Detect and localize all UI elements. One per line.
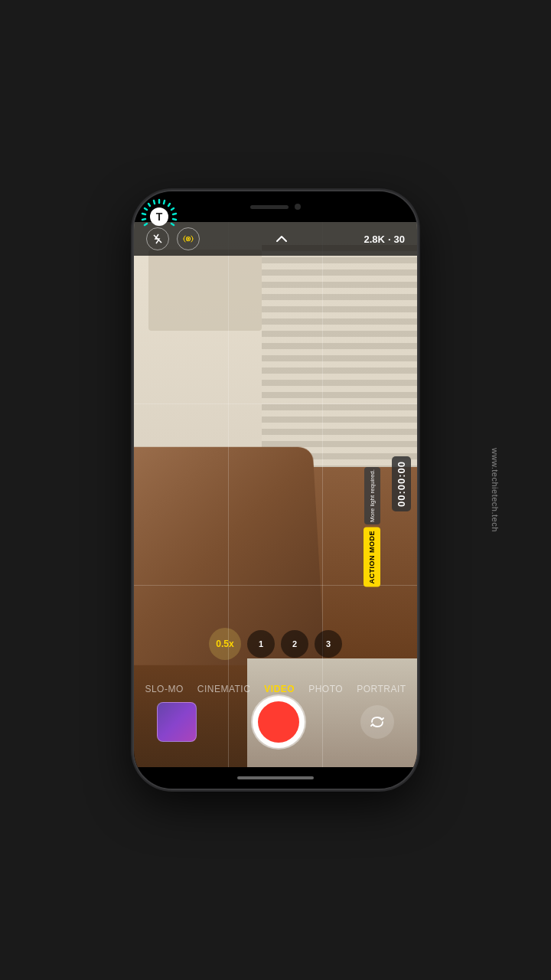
chevron-up-button[interactable] [270,227,293,250]
shutter-button[interactable] [253,696,305,748]
svg-line-8 [148,204,150,206]
svg-line-5 [173,219,176,220]
mode-photo[interactable]: PHOTO [308,684,343,694]
mode-portrait[interactable]: PORTRAIT [357,684,406,694]
camera-bottom-controls [134,696,417,748]
svg-line-11 [142,219,145,220]
recording-timer: 00:00:00 [392,456,411,511]
svg-line-2 [168,204,170,206]
zoom-3x-button[interactable]: 3 [315,630,342,658]
phone-speaker [250,205,289,209]
mode-slo-mo[interactable]: SLO-MO [145,684,183,694]
zoom-05x-button[interactable]: 0.5x [209,628,241,660]
framerate-label: 30 [394,234,405,245]
svg-line-3 [171,208,174,210]
flip-camera-icon [369,714,386,730]
mode-video[interactable]: VIDEO [264,684,295,694]
action-mode-badge: More light required. ACTION MODE [364,467,380,586]
table-item [148,250,262,332]
logo-letter: T [156,211,163,223]
phone-screen: More light required. ACTION MODE 00:00:0… [134,222,417,767]
home-bar[interactable] [237,776,314,779]
home-indicator-area [134,767,417,789]
logo-overlay: T [140,198,186,243]
svg-line-9 [145,208,147,210]
zoom-1x-button[interactable]: 1 [247,630,275,658]
camera-mode-selector: SLO-MO CINEMATIC VIDEO PHOTO PORTRAIT [134,684,417,694]
watermark-text: www.techietech.tech [491,448,500,532]
front-camera [295,204,301,210]
sun-rays-svg: T [140,198,178,236]
chevron-svg [275,232,289,246]
phone-notch [230,198,321,215]
photo-thumbnail[interactable] [157,702,197,742]
svg-point-15 [187,238,189,240]
resolution-framerate: 2.8K · 30 [364,234,405,245]
svg-line-7 [154,201,155,204]
record-indicator [258,701,299,743]
zoom-controls: 0.5x 1 2 3 [209,628,342,660]
zoom-2x-button[interactable]: 2 [281,630,308,658]
flip-camera-button[interactable] [360,705,394,739]
separator: · [388,234,391,245]
svg-line-1 [164,201,165,204]
mode-cinematic[interactable]: CINEMATIC [197,684,251,694]
logo-sun: T [140,198,178,236]
resolution-label: 2.8K [364,234,384,245]
more-light-warning: More light required. [364,467,380,524]
svg-line-12 [145,224,147,225]
svg-line-6 [171,224,174,225]
phone-frame: T More ligh [134,191,417,789]
svg-line-10 [142,214,145,214]
action-mode-label: ACTION MODE [364,528,380,587]
svg-line-4 [173,214,176,214]
chevron-up-icon [270,227,293,250]
